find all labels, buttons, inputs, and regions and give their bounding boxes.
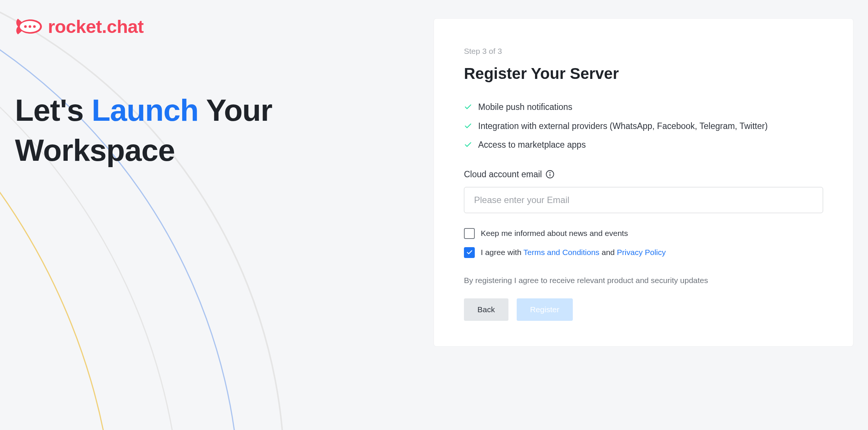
card-title: Register Your Server	[464, 65, 823, 83]
checkbox-group: Keep me informed about news and events I…	[464, 228, 823, 258]
feature-item: Mobile push notifications	[464, 101, 823, 114]
svg-point-1	[24, 25, 27, 28]
logo-text: rocket.chat	[48, 16, 144, 37]
svg-point-3	[33, 25, 36, 28]
checkmark-icon	[466, 249, 473, 256]
svg-rect-6	[550, 174, 550, 176]
email-label-text: Cloud account email	[464, 169, 542, 179]
feature-text: Access to marketplace apps	[478, 138, 586, 151]
feature-text: Integration with external providers (Wha…	[478, 120, 768, 133]
check-icon	[464, 103, 472, 111]
check-icon	[464, 141, 472, 149]
logo: rocket.chat	[15, 15, 419, 38]
button-row: Back Register	[464, 298, 823, 321]
svg-point-5	[550, 172, 551, 173]
rocketchat-icon	[15, 15, 42, 38]
email-input[interactable]	[464, 187, 823, 213]
checkbox-news-label: Keep me informed about news and events	[481, 229, 628, 238]
feature-item: Integration with external providers (Wha…	[464, 120, 823, 133]
disclaimer: By registering I agree to receive releva…	[464, 276, 823, 285]
back-button[interactable]: Back	[464, 298, 508, 321]
agree-and: and	[599, 248, 617, 257]
email-label: Cloud account email	[464, 169, 823, 179]
privacy-link[interactable]: Privacy Policy	[617, 248, 666, 257]
checkbox-agree-label: I agree with Terms and Conditions and Pr…	[481, 248, 666, 257]
svg-point-2	[29, 25, 31, 28]
checkbox-agree[interactable]	[464, 247, 475, 258]
checkbox-news[interactable]	[464, 228, 475, 239]
feature-text: Mobile push notifications	[478, 101, 572, 114]
checkbox-agree-row: I agree with Terms and Conditions and Pr…	[464, 247, 823, 258]
check-icon	[464, 122, 472, 130]
info-icon[interactable]	[545, 170, 554, 179]
feature-list: Mobile push notifications Integration wi…	[464, 101, 823, 151]
agree-prefix: I agree with	[481, 248, 523, 257]
checkbox-news-row: Keep me informed about news and events	[464, 228, 823, 239]
register-card: Step 3 of 3 Register Your Server Mobile …	[434, 19, 853, 346]
step-indicator: Step 3 of 3	[464, 47, 823, 56]
feature-item: Access to marketplace apps	[464, 138, 823, 151]
headline-part1: Let's	[15, 93, 92, 127]
register-button[interactable]: Register	[517, 298, 573, 321]
headline-highlight: Launch	[92, 93, 199, 127]
email-group: Cloud account email	[464, 169, 823, 213]
headline: Let's Launch Your Workspace	[15, 90, 419, 170]
terms-link[interactable]: Terms and Conditions	[523, 248, 599, 257]
